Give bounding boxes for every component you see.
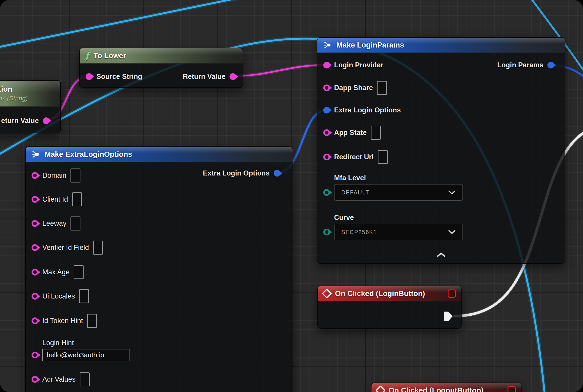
curve-dropdown[interactable]: SECP256K1 — [334, 224, 463, 240]
pin-row-acr-values: Acr Values — [32, 372, 90, 386]
wire-cyan-top[interactable] — [0, 0, 264, 48]
node-title: On Clicked (LoginButton) — [335, 289, 425, 298]
node-on-clicked-logout-button[interactable]: On Clicked (LogoutButton) — [371, 382, 522, 392]
login-hint-input[interactable]: hello@web3auth.io — [42, 349, 130, 361]
node-title: On Clicked (LogoutButton) — [388, 386, 484, 392]
pin-curve[interactable] — [323, 229, 330, 236]
node-partial-function[interactable]: tion ox (String) eturn Value — [0, 80, 61, 133]
ui-locales-value-box[interactable] — [79, 289, 89, 303]
max-age-value-box[interactable] — [74, 265, 84, 279]
node-header[interactable]: Make LoginParams — [318, 38, 565, 53]
node-title-fragment: tion — [0, 85, 12, 94]
exec-pin-out[interactable] — [444, 312, 452, 321]
pin-row-domain: Domain — [32, 168, 80, 182]
wire-glow — [0, 0, 264, 48]
dapp-share-value-box[interactable] — [377, 81, 387, 95]
verifier-id-field-value-box[interactable] — [93, 240, 103, 254]
pin-id-token-hint[interactable] — [32, 318, 38, 324]
pin-label: Return Value — [183, 72, 226, 81]
pin-row-ui-locales: Ui Locales — [32, 289, 89, 303]
pin-row-client-id: Client Id — [32, 192, 82, 206]
login-hint-value: hello@web3auth.io — [47, 351, 104, 359]
event-icon — [322, 288, 332, 298]
pin-label: Dapp Share — [334, 84, 373, 92]
pin-verifier-id-field[interactable] — [32, 244, 38, 251]
node-header[interactable]: tion ox (String) — [0, 81, 60, 107]
login-hint-group: Login Hint hello@web3auth.io — [32, 339, 130, 361]
pin-label: Acr Values — [42, 375, 76, 384]
pin-label: Max Age — [42, 268, 70, 276]
node-header[interactable]: ƒ To Lower — [80, 48, 242, 64]
pin-extra-login-options-in[interactable] — [323, 107, 330, 114]
pin-dapp-share[interactable] — [323, 84, 330, 91]
pin-row-extra-login-options-in: Extra Login Options — [323, 106, 401, 114]
client-id-value-box[interactable] — [72, 192, 82, 206]
pin-return-value[interactable] — [43, 117, 50, 124]
pin-label: Verifier Id Field — [42, 244, 89, 252]
pin-row-login-provider: Login Provider — [323, 61, 384, 69]
pin-app-state[interactable] — [323, 129, 330, 136]
leeway-value-box[interactable] — [70, 216, 80, 230]
make-struct-icon — [31, 150, 40, 159]
pin-login-params-out[interactable] — [548, 62, 554, 68]
node-on-clicked-login-button[interactable]: On Clicked (LoginButton) — [318, 286, 462, 329]
pin-login-hint[interactable] — [32, 352, 38, 358]
pin-row-login-params-out: Login Params — [497, 61, 554, 69]
node-title: Make ExtraLoginOptions — [44, 150, 132, 158]
collapse-node-button[interactable] — [436, 252, 446, 258]
mfa-level-group: Mfa Level DEFAULT — [323, 174, 463, 201]
pin-mfa-level[interactable] — [323, 189, 330, 196]
event-binding-icon[interactable] — [448, 290, 456, 298]
pin-row-max-age: Max Age — [32, 265, 84, 279]
node-title: Make LoginParams — [336, 41, 404, 49]
pin-row-return-value: eturn Value — [1, 117, 50, 125]
pin-redirect-url[interactable] — [323, 154, 330, 160]
pin-row-return-value: Return Value — [183, 72, 236, 81]
mfa-level-label: Mfa Level — [334, 174, 463, 182]
domain-value-box[interactable] — [70, 168, 80, 182]
node-title: To Lower — [94, 51, 126, 60]
node-make-extra-login-options[interactable]: Make ExtraLoginOptions Domain Client Id … — [25, 146, 293, 392]
curve-label: Curve — [334, 214, 463, 222]
node-make-login-params[interactable]: Make LoginParams Login Provider Dapp Sha… — [317, 37, 565, 264]
pin-label: Ui Locales — [42, 292, 75, 300]
chevron-down-icon — [448, 190, 456, 195]
app-state-value-box[interactable] — [371, 126, 381, 140]
pin-label: Login Params — [497, 61, 543, 69]
mfa-level-value: DEFAULT — [341, 189, 370, 196]
pin-label: Id Token Hint — [42, 317, 83, 325]
id-token-hint-value-box[interactable] — [87, 314, 97, 328]
node-to-lower[interactable]: ƒ To Lower Source String Return Value — [79, 48, 243, 88]
pin-source-string[interactable] — [86, 73, 92, 80]
node-header[interactable]: Make ExtraLoginOptions — [26, 147, 293, 162]
pin-return-value[interactable] — [230, 73, 236, 80]
pin-acr-values[interactable] — [32, 376, 38, 383]
mfa-level-dropdown[interactable]: DEFAULT — [334, 184, 463, 201]
pin-domain[interactable] — [32, 172, 38, 179]
pin-row-leeway: Leeway — [32, 216, 80, 230]
pin-label: Leeway — [42, 220, 66, 228]
pin-label: Domain — [42, 172, 66, 180]
pin-client-id[interactable] — [32, 196, 38, 203]
pin-label: Extra Login Options — [203, 169, 270, 177]
node-header[interactable]: On Clicked (LoginButton) — [318, 286, 461, 302]
blueprint-canvas[interactable]: tion ox (String) eturn Value ƒ To Lower … — [0, 0, 583, 392]
event-binding-icon[interactable] — [508, 386, 516, 392]
node-header[interactable]: On Clicked (LogoutButton) — [372, 383, 521, 392]
chevron-down-icon — [448, 230, 456, 234]
pin-row-dapp-share: Dapp Share — [323, 81, 387, 95]
pin-max-age[interactable] — [32, 269, 38, 276]
pin-label: App State — [334, 129, 367, 137]
make-struct-icon — [323, 40, 332, 50]
acr-values-value-box[interactable] — [80, 372, 90, 386]
pin-ui-locales[interactable] — [32, 293, 38, 300]
pin-extra-login-options-out[interactable] — [274, 170, 280, 177]
pin-login-provider[interactable] — [323, 62, 330, 68]
curve-value: SECP256K1 — [341, 229, 377, 236]
pin-leeway[interactable] — [32, 220, 38, 227]
pin-label: Source String — [96, 72, 142, 81]
pin-row-verifier-id-field: Verifier Id Field — [32, 240, 103, 254]
redirect-url-value-box[interactable] — [378, 150, 388, 164]
pin-label: eturn Value — [1, 117, 39, 125]
pin-label: Extra Login Options — [334, 106, 401, 114]
